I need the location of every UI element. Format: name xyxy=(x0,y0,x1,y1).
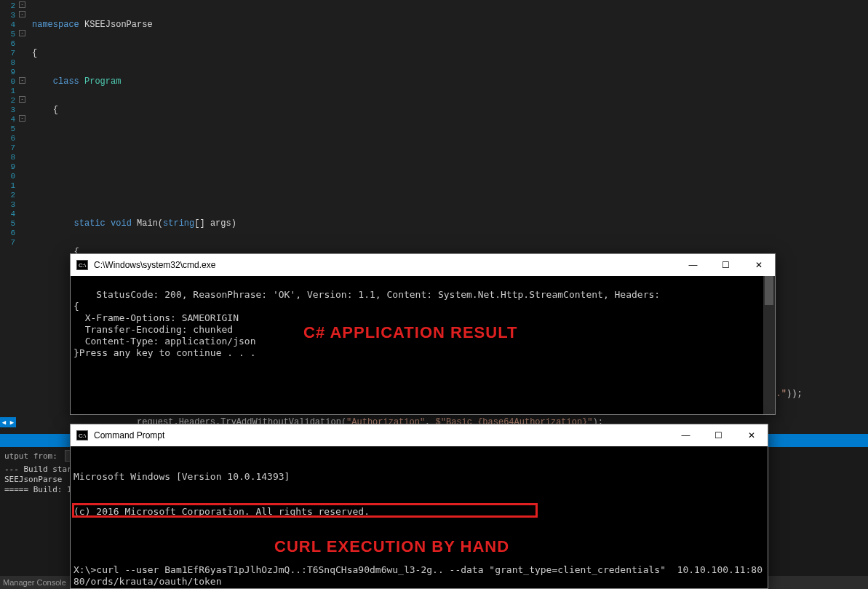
minimize-button[interactable]: — xyxy=(669,424,702,446)
cmd-output[interactable]: Microsoft Windows [Version 10.0.14393] (… xyxy=(71,446,768,588)
code-content[interactable]: namespace KSEEJsonParse { class Program … xyxy=(28,0,868,291)
maximize-button[interactable]: ☐ xyxy=(702,424,735,446)
fold-marker[interactable]: - xyxy=(19,30,25,36)
minimize-button[interactable]: — xyxy=(677,254,709,276)
fold-marker[interactable]: - xyxy=(19,115,25,122)
cmd-window-result[interactable]: C:\ C:\Windows\system32\cmd.exe — ☐ ✕ St… xyxy=(70,253,776,415)
cmd-icon: C:\ xyxy=(76,430,88,440)
cmd-titlebar[interactable]: C:\ C:\Windows\system32\cmd.exe — ☐ ✕ xyxy=(71,254,775,276)
editor-splitter-arrows[interactable]: ◀▶ xyxy=(0,417,16,427)
code-editor[interactable]: 23456789012345678901234567 - - - - - - n… xyxy=(0,0,868,291)
fold-marker[interactable]: - xyxy=(19,1,25,8)
close-button[interactable]: ✕ xyxy=(742,254,775,276)
fold-marker[interactable]: - xyxy=(19,77,25,84)
annotation-curl-hand: CURL EXECUTION BY HAND xyxy=(274,541,509,553)
cmd-icon: C:\ xyxy=(76,260,88,270)
maximize-button[interactable]: ☐ xyxy=(709,254,742,276)
fold-column[interactable]: - - - - - - xyxy=(18,0,28,291)
scrollbar-thumb[interactable] xyxy=(765,276,773,305)
cmd-title-text: C:\Windows\system32\cmd.exe xyxy=(94,260,677,270)
scrollbar[interactable] xyxy=(763,276,775,414)
fold-marker[interactable]: - xyxy=(19,11,25,17)
fold-marker[interactable]: - xyxy=(19,96,25,103)
cmd-title-text: Command Prompt xyxy=(94,430,669,440)
annotation-csharp-result: C# APPLICATION RESULT xyxy=(303,327,517,339)
annotation-highlight-box xyxy=(72,503,538,518)
cmd-output[interactable]: StatusCode: 200, ReasonPhrase: 'OK', Ver… xyxy=(71,276,775,414)
cmd-titlebar[interactable]: C:\ Command Prompt — ☐ ✕ xyxy=(71,424,768,446)
line-number-gutter: 23456789012345678901234567 xyxy=(0,0,18,291)
close-button[interactable]: ✕ xyxy=(735,424,768,446)
cmd-window-curl[interactable]: C:\ Command Prompt — ☐ ✕ Microsoft Windo… xyxy=(70,424,768,589)
output-from-label: utput from: xyxy=(4,451,57,461)
